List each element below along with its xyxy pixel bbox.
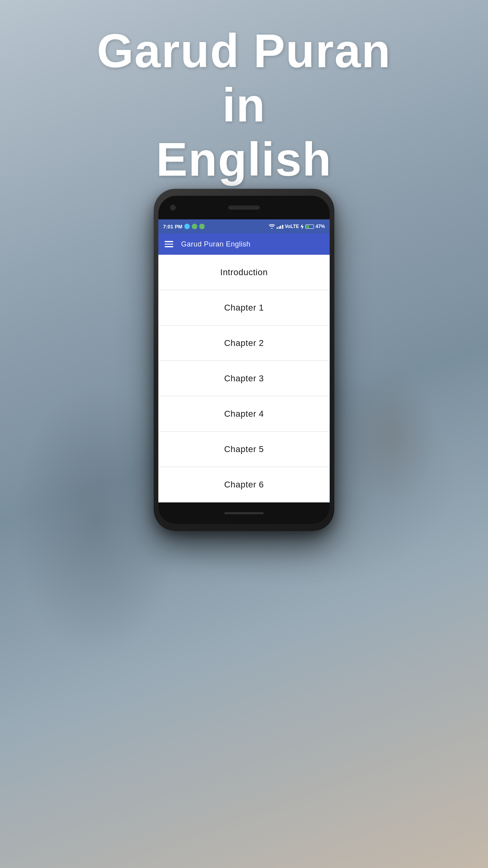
list-item-chapter-2[interactable]: Chapter 2 (158, 326, 330, 361)
chapter-label: Chapter 3 (224, 373, 264, 384)
chapter-label: Chapter 6 (224, 480, 264, 490)
signal-bars (277, 224, 283, 229)
main-title-block: Garud Puran in English (0, 24, 488, 186)
time-display: 7:01 PM (163, 224, 182, 230)
phone-bottom-bezel (158, 502, 330, 524)
camera (170, 205, 176, 210)
app-toolbar: Garud Puran English (158, 234, 330, 255)
chapter-label: Chapter 5 (224, 444, 264, 454)
network-type: VoLTE (285, 224, 299, 229)
hamburger-line-1 (165, 241, 173, 242)
list-item-chapter-1[interactable]: Chapter 1 (158, 290, 330, 326)
list-item-chapter-6[interactable]: Chapter 6 (158, 467, 330, 502)
charging-icon (301, 224, 304, 229)
list-item-chapter-4[interactable]: Chapter 4 (158, 396, 330, 432)
list-item-chapter-3[interactable]: Chapter 3 (158, 361, 330, 396)
battery-percent: 47% (316, 224, 325, 229)
app-title: Garud Puran in English (0, 24, 488, 186)
status-dot-2 (192, 224, 197, 229)
speaker (228, 206, 260, 210)
status-dot-3 (199, 224, 205, 229)
chapter-label: Introduction (220, 267, 268, 278)
list-item-chapter-5[interactable]: Chapter 5 (158, 432, 330, 467)
battery-fill (306, 225, 309, 228)
chapter-list: Introduction Chapter 1 Chapter 2 Chapter… (158, 255, 330, 502)
wifi-icon (269, 224, 275, 229)
chapter-label: Chapter 2 (224, 338, 264, 348)
list-item-introduction[interactable]: Introduction (158, 255, 330, 290)
chapter-label: Chapter 4 (224, 409, 264, 419)
chapter-label: Chapter 1 (224, 303, 264, 313)
status-right: VoLTE 47% (269, 224, 325, 229)
toolbar-title: Garud Puran English (181, 240, 251, 248)
phone-top-bezel (158, 196, 330, 219)
home-indicator (224, 512, 264, 514)
battery-body (305, 224, 314, 229)
hamburger-line-2 (165, 244, 173, 245)
phone-screen: 7:01 PM (158, 219, 330, 502)
status-bar: 7:01 PM (158, 219, 330, 234)
hamburger-line-3 (165, 246, 173, 247)
status-dot-1 (184, 224, 190, 229)
hamburger-menu-button[interactable] (165, 241, 173, 247)
phone-mockup: 7:01 PM (154, 189, 334, 531)
status-left: 7:01 PM (163, 224, 205, 230)
phone-shell: 7:01 PM (154, 189, 334, 531)
